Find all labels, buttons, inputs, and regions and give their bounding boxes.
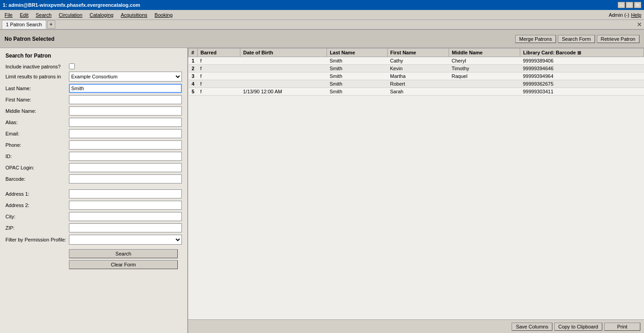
city-label: City: <box>5 214 69 219</box>
id-row: ID: <box>5 152 182 161</box>
menu-admin[interactable]: Admin (-) <box>609 12 629 18</box>
col-header-dob[interactable]: Date of Birth <box>240 48 327 57</box>
cell-barcode: 99999394964 <box>520 72 644 80</box>
cell-barred: f <box>198 88 240 96</box>
cell-barred: f <box>198 72 240 80</box>
clear-form-button[interactable]: Clear Form <box>69 260 178 269</box>
cell-middle <box>449 80 520 88</box>
email-row: Email: <box>5 129 182 138</box>
cell-dob: 1/13/90 12:00 AM <box>240 88 327 96</box>
alias-label: Alias: <box>5 120 69 125</box>
phone-input[interactable] <box>69 140 182 150</box>
cell-num: 2 <box>189 65 198 72</box>
phone-row: Phone: <box>5 140 182 150</box>
cell-dob <box>240 57 327 65</box>
zip-input[interactable] <box>69 223 182 232</box>
table-row[interactable]: 5 f 1/13/90 12:00 AM Smith Sarah 9999930… <box>189 88 644 96</box>
cell-dob <box>240 72 327 80</box>
cell-middle: Timothy <box>449 65 520 72</box>
barcode-input[interactable] <box>69 174 182 183</box>
cell-num: 5 <box>189 88 198 96</box>
col-header-num[interactable]: # <box>189 48 198 57</box>
col-header-middle[interactable]: Middle Name <box>449 48 520 57</box>
address2-label: Address 2: <box>5 203 69 208</box>
phone-label: Phone: <box>5 142 69 148</box>
title-bar: 1: admin@BR1-winxpvmfx.phasefx.evergreen… <box>0 0 644 10</box>
menu-booking[interactable]: Booking <box>151 11 176 19</box>
results-table: # Barred Date of Birth Last Name First N… <box>188 48 644 96</box>
search-panel-title: Search for Patron <box>5 53 182 59</box>
table-row[interactable]: 2 f Smith Kevin Timothy 99999394646 <box>189 65 644 72</box>
col-header-barred[interactable]: Barred <box>198 48 240 57</box>
menu-search[interactable]: Search <box>32 11 55 19</box>
email-input[interactable] <box>69 129 182 138</box>
maximize-button[interactable]: □ <box>626 2 633 8</box>
opac-login-input[interactable] <box>69 163 182 172</box>
barcode-row: Barcode: <box>5 174 182 183</box>
search-form-button[interactable]: Search Form <box>558 35 595 43</box>
last-name-input[interactable] <box>69 84 182 93</box>
close-button[interactable]: ✕ <box>634 2 641 8</box>
print-button[interactable]: Print <box>604 323 640 331</box>
results-table-container[interactable]: # Barred Date of Birth Last Name First N… <box>188 48 644 319</box>
middle-name-input[interactable] <box>69 106 182 116</box>
tab-close-icon[interactable]: ✕ <box>637 21 642 28</box>
retrieve-patron-button[interactable]: Retrieve Patron <box>597 35 639 43</box>
limit-results-row: Limit results to patrons in Example Cons… <box>5 72 182 82</box>
cell-last: Smith <box>327 80 387 88</box>
menu-file[interactable]: File <box>1 11 16 19</box>
filter-permission-row: Filter by Permission Profile: <box>5 235 182 245</box>
main-content: No Patron Selected Merge Patrons Search … <box>0 30 644 333</box>
cell-middle: Raquel <box>449 72 520 80</box>
results-panel: # Barred Date of Birth Last Name First N… <box>188 48 644 333</box>
menu-circulation[interactable]: Circulation <box>55 11 86 19</box>
first-name-input[interactable] <box>69 95 182 104</box>
opac-login-row: OPAC Login: <box>5 163 182 172</box>
cell-last: Smith <box>327 72 387 80</box>
copy-clipboard-button[interactable]: Copy to Clipboard <box>554 323 602 331</box>
cell-num: 3 <box>189 72 198 80</box>
menu-bar: File Edit Search Circulation Cataloging … <box>0 10 644 20</box>
menu-cataloging[interactable]: Cataloging <box>86 11 117 19</box>
minimize-button[interactable]: ─ <box>618 2 625 8</box>
address2-input[interactable] <box>69 201 182 210</box>
save-columns-button[interactable]: Save Columns <box>512 323 552 331</box>
menu-edit[interactable]: Edit <box>16 11 32 19</box>
menu-acquisitions[interactable]: Acquisitions <box>117 11 151 19</box>
address1-input[interactable] <box>69 189 182 198</box>
cell-middle: Cheryl <box>449 57 520 65</box>
cell-barcode: 99999394646 <box>520 65 644 72</box>
cell-first: Cathy <box>387 57 449 65</box>
alias-input[interactable] <box>69 118 182 127</box>
top-bar: No Patron Selected Merge Patrons Search … <box>0 30 644 48</box>
merge-patrons-button[interactable]: Merge Patrons <box>515 35 556 43</box>
cell-first: Martha <box>387 72 449 80</box>
opac-login-label: OPAC Login: <box>5 165 69 170</box>
menu-help[interactable]: Help <box>631 12 641 18</box>
tab-add-button[interactable]: + <box>47 20 55 29</box>
cell-barcode: 99999362675 <box>520 80 644 88</box>
city-input[interactable] <box>69 212 182 221</box>
include-inactive-input[interactable] <box>69 63 75 69</box>
last-name-label: Last Name: <box>5 86 69 91</box>
top-buttons: Merge Patrons Search Form Retrieve Patro… <box>515 35 639 43</box>
col-header-barcode[interactable]: Library Card: Barcode ⊞ <box>520 48 644 57</box>
limit-results-label: Limit results to patrons in <box>5 74 69 79</box>
table-row[interactable]: 3 f Smith Martha Raquel 99999394964 <box>189 72 644 80</box>
col-header-first[interactable]: First Name <box>387 48 449 57</box>
id-input[interactable] <box>69 152 182 161</box>
filter-permission-select[interactable] <box>69 235 182 245</box>
table-row[interactable]: 1 f Smith Cathy Cheryl 99999389406 <box>189 57 644 65</box>
table-row[interactable]: 4 f Smith Robert 99999362675 <box>189 80 644 88</box>
title-bar-buttons: ─ □ ✕ <box>618 2 641 8</box>
cell-barred: f <box>198 57 240 65</box>
col-header-last[interactable]: Last Name <box>327 48 387 57</box>
search-button[interactable]: Search <box>69 249 178 258</box>
cell-num: 1 <box>189 57 198 65</box>
cell-barred: f <box>198 65 240 72</box>
tab-patron-search[interactable]: 1 Patron Search <box>2 20 46 29</box>
no-patron-label: No Patron Selected <box>5 36 54 42</box>
cell-barred: f <box>198 80 240 88</box>
city-row: City: <box>5 212 182 221</box>
limit-results-select[interactable]: Example Consortium <box>69 72 182 82</box>
